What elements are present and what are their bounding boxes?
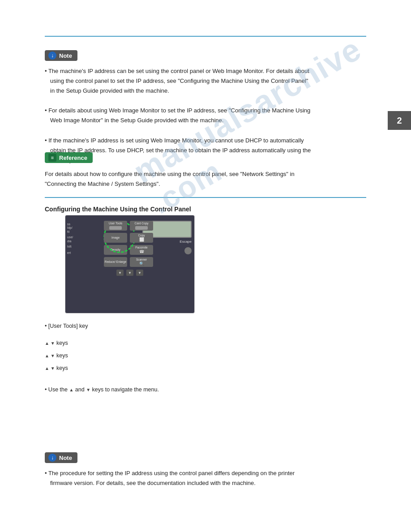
image-btn[interactable]: Image	[104, 233, 127, 243]
arrow-down-3[interactable]: ▼	[136, 270, 143, 276]
side-tab-2: 2	[388, 111, 411, 130]
panel-left: ss Idp/fil use/dia hift ert	[65, 215, 101, 313]
note-text-1: • The machine's IP address can be set us…	[45, 66, 366, 165]
panel-label-hift: hift	[67, 245, 99, 249]
scanner-btn[interactable]: Scanner 🔍	[130, 257, 153, 267]
reference-text: For details about how to configure the m…	[45, 169, 366, 189]
desc-block: • [User Tools] key	[45, 322, 88, 331]
note-text-2: • The procedure for setting the IP addre…	[45, 468, 366, 488]
panel-label-ss: ss	[67, 223, 99, 226]
reduce-enlarge-btn[interactable]: Reduce/ Enlarge	[104, 257, 127, 267]
panel-label-idp: Idp/fil	[67, 226, 99, 234]
middle-rule	[45, 197, 366, 198]
note-badge-1: ↓ Note	[45, 50, 77, 61]
panel-label-ert: ert	[67, 251, 99, 255]
note-badge-2: ↓ Note	[45, 452, 77, 463]
page: manualsarchive .com 2 ↓ Note • The machi…	[0, 0, 411, 532]
escape-btn[interactable]	[184, 247, 192, 254]
panel-label-use: use/dia	[67, 236, 99, 243]
facsimile-btn[interactable]: Facsimile ☎	[130, 245, 153, 255]
note-label-1: Note	[59, 52, 72, 59]
copy-btn[interactable]: Copy ⬜	[130, 233, 153, 243]
panel-inner: ss Idp/fil use/dia hift ert User Tools	[65, 215, 194, 313]
desc-block-arrows: ▲ ▼ keys ▲ ▼ keys ▲ ▼ keys	[45, 339, 68, 373]
note-icon-1: ↓	[48, 51, 56, 60]
panel-right: Escape	[158, 215, 194, 313]
arrow-row: ▼ ▼ ▼	[104, 270, 156, 276]
reference-label: Reference	[59, 154, 87, 161]
arrow-down-2[interactable]: ▼	[126, 270, 133, 276]
control-panel-image: ss Idp/fil use/dia hift ert User Tools	[65, 215, 195, 313]
top-rule	[45, 36, 366, 37]
note-icon-2: ↓	[48, 454, 56, 462]
section-header: Configuring the Machine Using the Contro…	[45, 204, 366, 215]
desc-block-nav: • Use the ▲ and ▼ keys to navigate the m…	[45, 385, 159, 395]
user-tools-btn[interactable]: User Tools	[104, 221, 127, 231]
card-copy-btn[interactable]: Card Copy	[130, 221, 153, 231]
reference-badge: ≡ Reference	[45, 152, 93, 163]
arrow-down-1[interactable]: ▼	[116, 270, 124, 276]
note-label-2: Note	[59, 455, 72, 461]
side-tab-number: 2	[397, 116, 402, 126]
panel-center: User Tools Card Copy Image Copy	[101, 215, 158, 313]
escape-label: Escape	[180, 240, 192, 244]
reference-icon: ≡	[48, 154, 56, 162]
